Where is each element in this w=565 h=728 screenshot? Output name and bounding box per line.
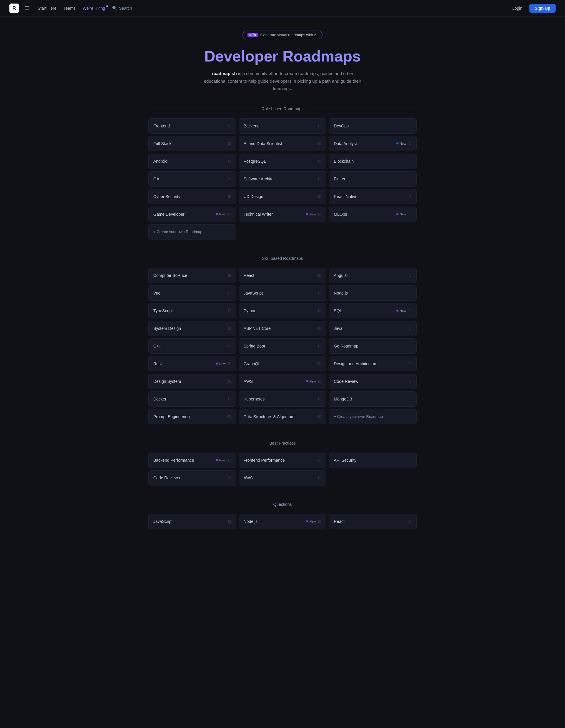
card-docker[interactable]: Docker⊡ xyxy=(148,391,236,407)
nav-link-start-here[interactable]: Start Here xyxy=(35,5,59,12)
card-code-review[interactable]: Code Review⊡ xyxy=(329,374,417,389)
bookmark-icon-go-roadmap[interactable]: ⊡ xyxy=(408,344,412,348)
bookmark-icon-design-system[interactable]: ⊡ xyxy=(228,379,231,383)
bookmark-icon-frontend-performance[interactable]: ⊡ xyxy=(318,458,321,462)
bookmark-icon-api-security[interactable]: ⊡ xyxy=(408,458,412,462)
card-devops[interactable]: DevOps⊡ xyxy=(329,118,417,134)
card-ai-data-scientist[interactable]: AI and Data Scientist⊡ xyxy=(239,136,327,151)
bookmark-icon-asp-net-core[interactable]: ⊡ xyxy=(318,326,321,330)
bookmark-icon-react-native[interactable]: ⊡ xyxy=(408,194,412,199)
card-java[interactable]: Java⊡ xyxy=(329,321,417,336)
card-spring-boot[interactable]: Spring Boot⊡ xyxy=(239,338,327,354)
bookmark-icon-mlops[interactable]: ⊡ xyxy=(408,212,412,216)
hamburger-icon[interactable]: ☰ xyxy=(25,5,29,11)
bookmark-icon-data-analyst[interactable]: ⊡ xyxy=(408,141,412,146)
card-design-architecture[interactable]: Design and Architecture⊡ xyxy=(329,356,417,371)
bookmark-icon-android[interactable]: ⊡ xyxy=(228,159,231,163)
card-qa[interactable]: QA⊡ xyxy=(148,171,236,187)
nav-link-hiring[interactable]: We're Hiring xyxy=(80,5,107,12)
card-flutter[interactable]: Flutter⊡ xyxy=(329,171,417,187)
card-cyber-security[interactable]: Cyber Security⊡ xyxy=(148,189,236,204)
bookmark-icon-computer-science[interactable]: ⊡ xyxy=(228,273,231,277)
card-code-reviews[interactable]: Code Reviews⊡ xyxy=(148,470,236,486)
card-prompt-engineering[interactable]: Prompt Engineering⊡ xyxy=(148,409,236,424)
ai-banner-inner[interactable]: NEW Generate visual roadmaps with AI xyxy=(242,31,323,39)
bookmark-icon-software-architect[interactable]: ⊡ xyxy=(318,177,321,181)
card-nodejs-q[interactable]: Node.jsNew⊡ xyxy=(239,514,327,529)
card-aws[interactable]: AWSNew⊡ xyxy=(239,374,327,389)
bookmark-icon-prompt-engineering[interactable]: ⊡ xyxy=(228,414,231,419)
card-design-system[interactable]: Design System⊡ xyxy=(148,374,236,389)
bookmark-icon-typescript[interactable]: ⊡ xyxy=(228,308,231,313)
bookmark-icon-react[interactable]: ⊡ xyxy=(318,273,321,277)
bookmark-icon-frontend[interactable]: ⊡ xyxy=(228,124,231,128)
bookmark-icon-backend[interactable]: ⊡ xyxy=(318,124,321,128)
card-postgresql[interactable]: PostgreSQL⊡ xyxy=(239,154,327,169)
card-software-architect[interactable]: Software Architect⊡ xyxy=(239,171,327,187)
card-react-q[interactable]: React⊡ xyxy=(329,514,417,529)
card-angular[interactable]: Angular⊡ xyxy=(329,268,417,283)
card-kubernetes[interactable]: Kubernetes⊡ xyxy=(239,391,327,407)
card-technical-writer[interactable]: Technical WriterNew⊡ xyxy=(239,207,327,222)
card-nodejs[interactable]: Node.js⊡ xyxy=(329,285,417,301)
create-own-skill-based[interactable]: + Create your own Roadmap xyxy=(329,409,417,424)
card-vue[interactable]: Vue⊡ xyxy=(148,285,236,301)
bookmark-icon-spring-boot[interactable]: ⊡ xyxy=(318,344,321,348)
card-react[interactable]: React⊡ xyxy=(239,268,327,283)
bookmark-icon-aws-bp[interactable]: ⊡ xyxy=(318,476,321,480)
ai-banner[interactable]: NEW Generate visual roadmaps with AI xyxy=(148,31,417,39)
bookmark-icon-angular[interactable]: ⊡ xyxy=(408,273,412,277)
create-own-role-based[interactable]: + Create your own Roadmap xyxy=(148,224,236,240)
card-react-native[interactable]: React Native⊡ xyxy=(329,189,417,204)
card-frontend-performance[interactable]: Frontend Performance⊡ xyxy=(239,453,327,468)
bookmark-icon-code-review[interactable]: ⊡ xyxy=(408,379,412,383)
bookmark-icon-aws[interactable]: ⊡ xyxy=(318,379,321,383)
card-ux-design[interactable]: UX Design⊡ xyxy=(239,189,327,204)
bookmark-icon-python[interactable]: ⊡ xyxy=(318,308,321,313)
card-typescript[interactable]: TypeScript⊡ xyxy=(148,303,236,318)
login-button[interactable]: Login xyxy=(509,4,526,12)
card-mongodb[interactable]: MongoDB⊡ xyxy=(329,391,417,407)
bookmark-icon-nodejs-q[interactable]: ⊡ xyxy=(318,519,321,523)
bookmark-icon-javascript[interactable]: ⊡ xyxy=(318,291,321,295)
bookmark-icon-java[interactable]: ⊡ xyxy=(408,326,412,330)
bookmark-icon-backend-performance[interactable]: ⊡ xyxy=(228,458,231,462)
card-data-analyst[interactable]: Data AnalystNew⊡ xyxy=(329,136,417,151)
bookmark-icon-system-design[interactable]: ⊡ xyxy=(228,326,231,330)
bookmark-icon-rust[interactable]: ⊡ xyxy=(228,361,231,366)
signup-button[interactable]: Sign Up xyxy=(529,4,556,13)
card-mlops[interactable]: MLOpsNew⊡ xyxy=(329,207,417,222)
card-blockchain[interactable]: Blockchain⊡ xyxy=(329,154,417,169)
bookmark-icon-react-q[interactable]: ⊡ xyxy=(408,519,412,523)
card-full-stack[interactable]: Full Stack⊡ xyxy=(148,136,236,151)
bookmark-icon-sql[interactable]: ⊡ xyxy=(408,308,412,313)
bookmark-icon-mongodb[interactable]: ⊡ xyxy=(408,397,412,401)
bookmark-icon-blockchain[interactable]: ⊡ xyxy=(408,159,412,163)
card-python[interactable]: Python⊡ xyxy=(239,303,327,318)
bookmark-icon-design-architecture[interactable]: ⊡ xyxy=(408,361,412,366)
card-frontend[interactable]: Frontend⊡ xyxy=(148,118,236,134)
card-aws-bp[interactable]: AWS⊡ xyxy=(239,470,327,486)
card-rust[interactable]: RustNew⊡ xyxy=(148,356,236,371)
bookmark-icon-full-stack[interactable]: ⊡ xyxy=(228,141,231,146)
card-go-roadmap[interactable]: Go Roadmap⊡ xyxy=(329,338,417,354)
card-sql[interactable]: SQLNew⊡ xyxy=(329,303,417,318)
bookmark-icon-code-reviews[interactable]: ⊡ xyxy=(228,476,231,480)
bookmark-icon-nodejs[interactable]: ⊡ xyxy=(408,291,412,295)
bookmark-icon-postgresql[interactable]: ⊡ xyxy=(318,159,321,163)
card-system-design[interactable]: System Design⊡ xyxy=(148,321,236,336)
bookmark-icon-cyber-security[interactable]: ⊡ xyxy=(228,194,231,199)
card-backend-performance[interactable]: Backend PerformanceNew⊡ xyxy=(148,453,236,468)
bookmark-icon-kubernetes[interactable]: ⊡ xyxy=(318,397,321,401)
bookmark-icon-javascript-q[interactable]: ⊡ xyxy=(228,519,231,523)
bookmark-icon-ai-data-scientist[interactable]: ⊡ xyxy=(318,141,321,146)
card-api-security[interactable]: API Security⊡ xyxy=(329,453,417,468)
card-asp-net-core[interactable]: ASP.NET Core⊡ xyxy=(239,321,327,336)
card-backend[interactable]: Backend⊡ xyxy=(239,118,327,134)
card-javascript[interactable]: JavaScript⊡ xyxy=(239,285,327,301)
card-cpp[interactable]: C++⊡ xyxy=(148,338,236,354)
bookmark-icon-data-structures[interactable]: ⊡ xyxy=(318,414,321,419)
bookmark-icon-docker[interactable]: ⊡ xyxy=(228,397,231,401)
card-graphql[interactable]: GraphQL⊡ xyxy=(239,356,327,371)
bookmark-icon-graphql[interactable]: ⊡ xyxy=(318,361,321,366)
